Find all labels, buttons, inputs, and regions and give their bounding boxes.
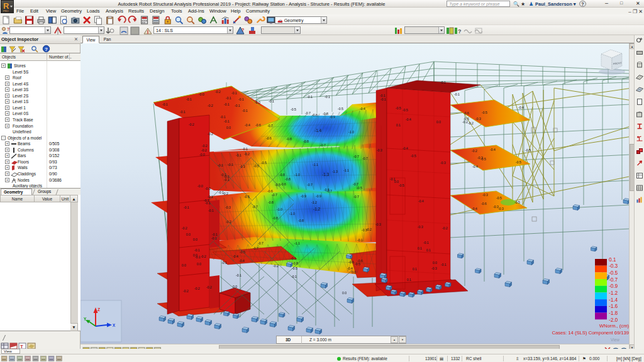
- svg-text:-0.1: -0.1: [357, 238, 363, 242]
- svg-text:-0.7: -0.7: [353, 155, 359, 158]
- svg-text:-0.1: -0.1: [220, 115, 226, 119]
- svg-text:-0.3: -0.3: [418, 225, 423, 229]
- svg-text:-0.6: -0.6: [481, 202, 487, 206]
- svg-text:-0.0: -0.0: [199, 92, 204, 96]
- svg-text:-0.1: -0.1: [224, 119, 230, 123]
- svg-text:-0.3: -0.3: [240, 165, 245, 168]
- svg-text:-0.2: -0.2: [215, 90, 221, 94]
- svg-text:-0.1: -0.1: [440, 80, 446, 84]
- svg-text:-0.1: -0.1: [454, 92, 460, 96]
- svg-text:-0.8: -0.8: [272, 216, 278, 220]
- svg-text:-0.2: -0.2: [182, 226, 187, 230]
- svg-text:-0.5: -0.5: [496, 196, 502, 200]
- svg-text:-0.9: -0.9: [609, 283, 618, 289]
- svg-text:-0.3: -0.3: [225, 206, 231, 209]
- svg-text:0.0: 0.0: [186, 233, 191, 236]
- svg-text:-0.8: -0.8: [312, 113, 318, 117]
- svg-text:-0.7: -0.7: [609, 277, 618, 283]
- svg-text:-0.5: -0.5: [482, 111, 487, 114]
- svg-text:-0.1: -0.1: [221, 261, 227, 265]
- svg-text:-0.7: -0.7: [353, 182, 358, 186]
- svg-text:0.0: 0.0: [342, 291, 347, 295]
- svg-text:-0.4: -0.4: [490, 148, 496, 151]
- svg-text:-0.7: -0.7: [305, 111, 311, 115]
- svg-text:-0.1: -0.1: [224, 178, 230, 182]
- svg-text:-1.0: -1.0: [277, 207, 282, 211]
- svg-text:-0.2: -0.2: [201, 255, 206, 258]
- svg-text:-0.1: -0.1: [186, 97, 192, 101]
- svg-text:-0.4: -0.4: [472, 165, 478, 168]
- svg-text:-0.1: -0.1: [184, 206, 189, 209]
- svg-text:0.0: 0.0: [182, 263, 186, 267]
- svg-text:-1.2: -1.2: [609, 290, 618, 296]
- svg-text:-0.9: -0.9: [330, 115, 335, 119]
- svg-text:-0.7: -0.7: [258, 241, 264, 245]
- svg-text:?: ?: [458, 28, 462, 35]
- svg-text:-0.3: -0.3: [475, 117, 481, 121]
- svg-text:-1.1: -1.1: [313, 163, 318, 167]
- svg-text:-0.5: -0.5: [402, 108, 408, 112]
- svg-text:-0.8: -0.8: [292, 261, 298, 265]
- svg-text:-0.1: -0.1: [380, 97, 386, 101]
- svg-text:-0.5: -0.5: [240, 250, 245, 254]
- svg-text:-0.1: -0.1: [231, 91, 237, 95]
- svg-text:WNorm., (cm): WNorm., (cm): [599, 323, 629, 329]
- svg-text:-0.5: -0.5: [396, 106, 401, 110]
- svg-text:-0.3: -0.3: [498, 207, 504, 211]
- svg-text:-0.6: -0.6: [255, 123, 261, 127]
- svg-text:-0.1: -0.1: [235, 104, 240, 107]
- svg-text:-0.3: -0.3: [482, 193, 488, 197]
- svg-text:-0.5: -0.5: [338, 107, 343, 111]
- svg-text:-0.5: -0.5: [253, 164, 259, 168]
- svg-text:-0.2: -0.2: [468, 121, 474, 125]
- svg-text:-0.1: -0.1: [242, 109, 248, 112]
- svg-text:-0.4: -0.4: [233, 255, 238, 258]
- svg-text:-0.7: -0.7: [252, 205, 258, 209]
- svg-text:-0.3: -0.3: [440, 161, 446, 165]
- svg-text:-0.5: -0.5: [514, 200, 520, 204]
- svg-text:-0.7: -0.7: [272, 193, 277, 197]
- svg-text:-0.1: -0.1: [218, 163, 223, 167]
- svg-text:-0.5: -0.5: [411, 154, 416, 158]
- svg-text:-0.1: -0.1: [242, 147, 248, 151]
- svg-text:-0.3: -0.3: [377, 148, 382, 152]
- svg-text:0.0: 0.0: [226, 126, 231, 129]
- svg-text:-0.5: -0.5: [244, 195, 250, 199]
- svg-text:-0.2: -0.2: [462, 120, 468, 124]
- svg-text:-0.1: -0.1: [208, 209, 214, 212]
- svg-text:View: View: [611, 337, 619, 342]
- svg-text:-0.6: -0.6: [280, 182, 286, 186]
- svg-text:-0.1: -0.1: [236, 273, 242, 277]
- svg-text:-0.1: -0.1: [269, 99, 274, 103]
- svg-text:-0.1: -0.1: [162, 102, 168, 106]
- svg-text:0.0: 0.0: [394, 180, 399, 184]
- svg-text:-0.6: -0.6: [464, 111, 469, 115]
- svg-text:-0.0: -0.0: [199, 153, 205, 156]
- svg-text:-0.2: -0.2: [208, 104, 213, 107]
- svg-text:-0.1: -0.1: [228, 163, 233, 167]
- svg-text:-0.2: -0.2: [472, 149, 477, 153]
- svg-text:-0.2: -0.2: [194, 287, 200, 290]
- svg-text:-0.4: -0.4: [402, 146, 408, 150]
- svg-text:-0.7: -0.7: [253, 246, 258, 250]
- svg-text:-0.1: -0.1: [291, 256, 296, 260]
- svg-text:-0.0: -0.0: [205, 187, 211, 190]
- svg-text:-0.8: -0.8: [303, 140, 309, 143]
- svg-text:-0.1: -0.1: [307, 95, 313, 99]
- svg-text:-0.2: -0.2: [273, 264, 279, 268]
- svg-text:-0.3: -0.3: [362, 228, 367, 232]
- svg-text:-0.2: -0.2: [226, 220, 231, 224]
- svg-text:-0.5: -0.5: [525, 148, 531, 152]
- svg-text:-0.1: -0.1: [238, 97, 244, 101]
- svg-text:-0.1: -0.1: [441, 263, 447, 266]
- svg-text:-0.2: -0.2: [208, 132, 213, 136]
- svg-text:-0.2: -0.2: [223, 192, 228, 195]
- svg-text:-1.0: -1.0: [294, 173, 300, 177]
- svg-text:-0.2: -0.2: [442, 226, 448, 230]
- svg-text:-1.3: -1.3: [332, 170, 338, 173]
- svg-text:-0.1: -0.1: [180, 110, 186, 114]
- svg-text:Cases: 14 (SLS) Component 69/1: Cases: 14 (SLS) Component 69/139: [552, 330, 629, 336]
- svg-text:-0.4: -0.4: [239, 259, 245, 263]
- svg-text:-0.5: -0.5: [609, 270, 618, 276]
- svg-text:-0.8: -0.8: [268, 200, 274, 204]
